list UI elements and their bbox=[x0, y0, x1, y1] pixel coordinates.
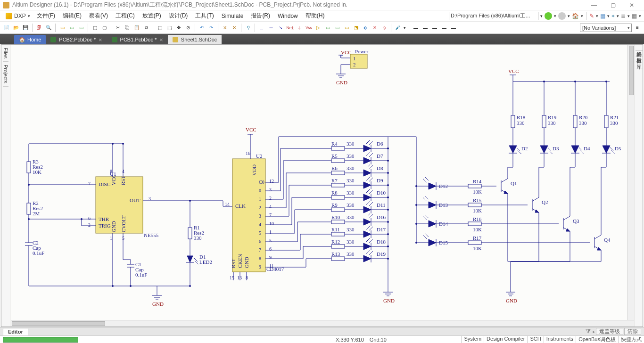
panel-sch[interactable]: SCH bbox=[527, 336, 543, 343]
crossprobe-icon[interactable]: ⚲ bbox=[244, 24, 252, 32]
leftpanel-projects[interactable]: Projects bbox=[3, 62, 8, 87]
select1-icon[interactable]: ⬚ bbox=[156, 24, 164, 32]
panel-system[interactable]: System bbox=[461, 336, 484, 343]
select2-icon[interactable]: ⬚ bbox=[165, 24, 173, 32]
vertical-scrollbar[interactable] bbox=[627, 45, 634, 320]
rightpanel-lib[interactable]: 库… bbox=[636, 57, 643, 68]
region2-icon[interactable]: ▬ bbox=[421, 24, 429, 32]
open-icon[interactable]: 📂 bbox=[12, 24, 20, 32]
paste-icon[interactable]: 📋 bbox=[133, 24, 140, 32]
svg-rect-275 bbox=[511, 115, 515, 128]
leftpanel-files[interactable]: Files bbox=[3, 45, 8, 62]
rightpanel-fav[interactable]: 喜好的 bbox=[636, 45, 643, 51]
close-button[interactable]: ✕ bbox=[622, 2, 641, 8]
print-icon[interactable]: 🗐 bbox=[35, 24, 43, 32]
hier2-icon[interactable]: ⤪ bbox=[231, 24, 238, 32]
nav-fwd-icon[interactable] bbox=[558, 12, 566, 20]
menu-project[interactable]: 工程(C) bbox=[112, 11, 139, 21]
menu-report[interactable]: 报告(R) bbox=[247, 11, 274, 21]
tab-home[interactable]: 🏠Home bbox=[14, 35, 46, 44]
svg-text:6: 6 bbox=[269, 246, 272, 252]
menu-design[interactable]: 设计(D) bbox=[165, 11, 192, 21]
tab-pcb1[interactable]: PCB1.PcbDoc *× bbox=[107, 35, 168, 44]
region5-icon[interactable]: ▬ bbox=[450, 24, 457, 32]
path-box[interactable]: D:\Program Files (x86)\Altium\工… bbox=[449, 12, 538, 20]
menu-file[interactable]: 文件(F) bbox=[33, 11, 59, 21]
mask-level-button[interactable]: 遮盖等级 bbox=[596, 328, 623, 335]
gnd-icon[interactable]: ⏚ bbox=[296, 24, 303, 32]
menu-place[interactable]: 放置(P) bbox=[139, 11, 165, 21]
cut-icon[interactable]: ✂ bbox=[114, 24, 122, 32]
generic-icon[interactable]: ⦸ bbox=[380, 24, 388, 32]
panel-shortcuts[interactable]: 快捷方式 bbox=[618, 336, 644, 343]
dxp-icon bbox=[6, 13, 12, 19]
dxp-button[interactable]: DXP ▾ bbox=[3, 13, 33, 19]
clear-button[interactable]: 清除 bbox=[624, 328, 641, 335]
tb-list-icon[interactable]: ≣ bbox=[621, 13, 626, 19]
funnel-icon[interactable]: ⧩ ▸ bbox=[586, 328, 595, 335]
port-icon[interactable]: ⬔ bbox=[352, 24, 360, 32]
panel-openbus[interactable]: OpenBus调色板 bbox=[576, 336, 618, 343]
region3-icon[interactable]: ▬ bbox=[431, 24, 438, 32]
redo-icon[interactable]: ↷ bbox=[207, 24, 215, 32]
zoom-icon[interactable]: 🔍 bbox=[45, 24, 52, 32]
comp1-icon[interactable]: ▭ bbox=[58, 24, 66, 32]
rightpanel-clip[interactable]: 剪贴板 bbox=[636, 51, 643, 57]
maximize-button[interactable]: ▢ bbox=[603, 2, 622, 8]
panel-compiler[interactable]: Design Compiler bbox=[484, 336, 527, 343]
undo-icon[interactable]: ↶ bbox=[198, 24, 206, 32]
svg-text:9: 9 bbox=[259, 264, 261, 270]
home-nav-icon[interactable]: 🏠 bbox=[572, 13, 579, 19]
sheet-sym-icon[interactable]: ▭ bbox=[324, 24, 331, 32]
tb-end-icon[interactable]: ≡ bbox=[634, 24, 641, 32]
minimize-button[interactable]: — bbox=[585, 2, 603, 8]
tb-draw1-icon[interactable]: ✎ bbox=[589, 13, 594, 19]
busent-icon[interactable]: ↘ bbox=[277, 24, 284, 32]
region4-icon[interactable]: ▬ bbox=[440, 24, 448, 32]
region1-icon[interactable]: ▬ bbox=[412, 24, 420, 32]
tb-scope-icon[interactable]: ⌖ bbox=[611, 13, 615, 19]
menu-view[interactable]: 察看(V) bbox=[85, 11, 112, 21]
new-icon[interactable]: 📄 bbox=[3, 24, 10, 32]
sheet2-icon[interactable]: ▢ bbox=[100, 24, 108, 32]
tab-sheet1[interactable]: Sheet1.SchDoc bbox=[168, 35, 222, 44]
svg-line-236 bbox=[369, 227, 373, 230]
copy-icon[interactable]: ⿻ bbox=[124, 24, 131, 32]
svg-text:D7: D7 bbox=[377, 153, 383, 159]
noerc-icon[interactable]: ✕ bbox=[371, 24, 379, 32]
vcc-icon[interactable]: Vcc bbox=[305, 24, 313, 32]
menu-edit[interactable]: 编辑(E) bbox=[59, 11, 85, 21]
bus-icon[interactable]: ═ bbox=[267, 24, 275, 32]
close-icon[interactable]: × bbox=[159, 36, 163, 43]
deselect-icon[interactable]: ⊘ bbox=[184, 24, 192, 32]
menu-help[interactable]: 帮助(H) bbox=[302, 11, 329, 21]
svg-text:330: 330 bbox=[347, 190, 355, 196]
comp2-icon[interactable]: ▭ bbox=[68, 24, 75, 32]
move-icon[interactable]: ✥ bbox=[175, 24, 182, 32]
tab-pcb2[interactable]: PCB2.PcbDoc *× bbox=[46, 35, 107, 44]
hier1-icon[interactable]: ⤨ bbox=[221, 24, 229, 32]
dev-icon[interactable]: ▭ bbox=[343, 24, 350, 32]
nav-back-icon[interactable] bbox=[545, 12, 552, 20]
menu-simulate[interactable]: Simulate bbox=[218, 12, 248, 20]
tb-grid-icon[interactable]: ▦ bbox=[632, 13, 637, 19]
menu-window[interactable]: Window bbox=[274, 12, 302, 20]
close-icon[interactable]: × bbox=[99, 36, 102, 43]
sheet1-icon[interactable]: ▢ bbox=[91, 24, 99, 32]
save-icon[interactable]: 💾 bbox=[22, 24, 29, 32]
wire-icon[interactable]: ⎯ bbox=[258, 24, 265, 32]
stamp-icon[interactable]: ⧉ bbox=[142, 24, 150, 32]
sheet-ent-icon[interactable]: ▭ bbox=[333, 24, 341, 32]
editor-tab[interactable]: Editor bbox=[3, 328, 28, 335]
comp3-icon[interactable]: ▭ bbox=[77, 24, 85, 32]
harness-icon[interactable]: ⬖ bbox=[362, 24, 369, 32]
panel-instruments[interactable]: Instruments bbox=[544, 336, 576, 343]
variation-dropdown[interactable]: [No Variations] bbox=[580, 24, 632, 32]
schematic-canvas[interactable]: VCC Power 1 2 GND U1 NE555 DISC VCC RST … bbox=[11, 45, 628, 318]
horizontal-scrollbar[interactable] bbox=[11, 320, 634, 327]
brush-icon[interactable]: 🖌 bbox=[394, 24, 402, 32]
tb-layer-icon[interactable]: ▦ bbox=[600, 13, 605, 19]
menu-tools[interactable]: 工具(T) bbox=[191, 11, 217, 21]
part-icon[interactable]: ▷ bbox=[314, 24, 322, 32]
netlabel-icon[interactable]: Net̲ bbox=[286, 24, 294, 32]
